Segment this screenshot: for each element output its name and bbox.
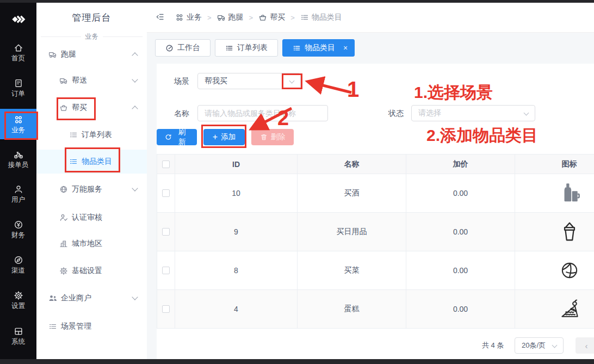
cell-markup: 0.00 [406,213,515,251]
breadcrumb-item-bangmai[interactable]: 帮买 [258,13,285,22]
sidebar-item-label: 万能服务 [72,184,102,194]
app-title: 管理后台 [36,11,147,24]
rail-item-orders[interactable]: 订单 [0,72,36,103]
tab-workbench[interactable]: 工作台 [155,39,211,57]
add-button[interactable]: + 添加 [203,129,245,145]
column-header-name: 名称 [298,155,406,174]
chevron-down-icon [132,294,138,300]
row-checkbox[interactable] [162,228,170,236]
channel-icon [14,255,23,265]
sidebar-menu: 管理后台 业务 跑腿 帮送 帮买 订单列表 物品类目 万能服务 [36,3,147,359]
rail-item-settings[interactable]: 设置 [0,285,36,315]
sidebar-item-paotui[interactable]: 跑腿 [36,42,147,66]
refresh-button[interactable]: 刷新 [157,129,197,145]
breadcrumb-separator: > [290,14,295,22]
scooter-icon [48,50,57,59]
row-checkbox[interactable] [162,267,170,274]
tab-item-categories[interactable]: 物品类目 × [282,39,355,57]
select-all-checkbox[interactable] [162,161,170,168]
rail-item-finance[interactable]: 财务 [0,214,36,244]
system-icon [14,326,23,336]
row-checkbox[interactable] [162,189,170,197]
sidebar-item-scene-management[interactable]: 场景管理 [36,314,147,338]
sidebar-item-label: 跑腿 [61,50,76,59]
pagination-total: 共 4 条 [482,337,504,354]
rail-item-users[interactable]: 用户 [0,178,36,209]
cell-id: 9 [175,213,298,251]
list-icon [225,44,233,52]
table-row: 4 蛋糕 0.00 [157,290,594,329]
sidebar-item-city-regions[interactable]: 城市地区 [36,232,147,256]
delete-button[interactable]: 删除 [251,129,294,145]
cell-name: 蛋糕 [298,290,406,329]
cell-markup: 0.00 [406,290,515,329]
sidebar-item-label: 帮买 [72,103,87,113]
trash-icon [260,133,268,141]
cell-icon [515,213,594,251]
tab-order-list[interactable]: 订单列表 [215,39,278,57]
cell-icon [515,290,594,329]
table-row: 10 买酒 0.00 [157,174,594,213]
cell-name: 买酒 [298,174,406,213]
rail-item-couriers[interactable]: 接单员 [0,144,36,174]
chevron-down-icon [132,185,138,191]
sidebar-item-bangsong[interactable]: 帮送 [36,69,147,92]
window-frame-top [0,0,594,3]
scooter-icon [217,13,226,22]
rail-item-label: 业务 [11,127,25,134]
list-icon [300,13,309,22]
sidebar-item-label: 基础设置 [72,266,102,276]
tab-close-icon[interactable]: × [343,44,348,52]
icon-rail: 首页 订单 业务 接单员 用户 财务 渠道 设置 [0,3,36,359]
sidebar-item-certification-review[interactable]: 认证审核 [36,206,147,230]
cell-id: 8 [175,251,298,290]
merchants-icon [48,294,57,303]
sidebar-item-bangmai[interactable]: 帮买 [36,96,147,120]
column-header-markup: 加价 [406,155,515,174]
rail-item-label: 系统 [11,338,25,346]
cell-name: 买日用品 [298,213,406,251]
select-all-cell [157,155,175,174]
pagination-prev-button[interactable]: ‹ [576,337,594,354]
refresh-icon [165,133,172,141]
settings-icon [14,291,23,300]
chevron-down-icon [132,76,138,82]
apps-icon [14,115,23,125]
row-checkbox[interactable] [162,305,170,313]
sidebar-item-item-categories[interactable]: 物品类目 [36,150,147,174]
breadcrumb-separator: > [207,14,212,22]
cell-icon [515,174,594,213]
chevron-down-icon [524,110,529,116]
app-logo-icon[interactable] [0,9,36,29]
shopping-basket-icon [558,220,581,243]
sidebar-item-basic-settings[interactable]: 基础设置 [36,259,147,283]
page-size-select[interactable]: 20条/页 [515,337,564,354]
window-frame-bottom [0,359,594,364]
sidebar-item-enterprise-merchants[interactable]: 企业商户 [36,286,147,310]
rail-item-label: 财务 [11,232,25,239]
basket-icon [258,13,267,22]
rail-item-system[interactable]: 系统 [0,320,36,351]
pagination: 共 4 条 20条/页 ‹ [157,337,594,354]
sidebar-item-label: 企业商户 [61,293,91,303]
sidebar-fold-icon[interactable] [156,13,165,22]
rail-item-business[interactable]: 业务 [0,109,36,139]
sidebar-item-order-list[interactable]: 订单列表 [36,123,147,147]
chevron-up-icon [132,52,138,58]
status-select-placeholder: 请选择 [418,108,441,118]
cell-icon [515,251,594,290]
breadcrumb: 业务 > 跑腿 > 帮买 > 物品类目 [175,13,342,22]
verify-icon [59,213,68,222]
rail-item-channels[interactable]: 渠道 [0,249,36,280]
column-header-icon: 图标 [515,155,594,174]
table-row: 9 买日用品 0.00 [157,213,594,251]
scene-select[interactable]: 帮我买 [197,73,301,89]
rail-item-home[interactable]: 首页 [0,37,36,67]
breadcrumb-item-paotui[interactable]: 跑腿 [217,13,244,22]
scene-select-value: 帮我买 [205,76,227,86]
status-select[interactable]: 请选择 [411,105,535,121]
sidebar-item-universal-services[interactable]: 万能服务 [36,177,147,201]
name-filter-input[interactable] [197,105,328,121]
sidebar-item-label: 帮送 [72,76,87,85]
breadcrumb-item-business[interactable]: 业务 [175,13,202,22]
